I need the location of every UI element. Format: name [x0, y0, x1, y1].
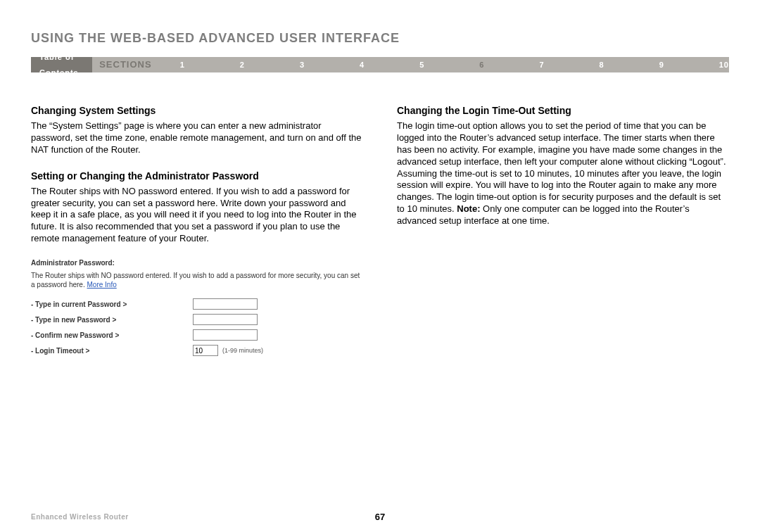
para-system-settings: The “System Settings” page is where you … [31, 120, 363, 156]
form-desc-text: The Router ships with NO password entere… [31, 272, 360, 289]
login-timeout-input[interactable] [193, 345, 218, 356]
heading-changing-system-settings: Changing System Settings [31, 105, 363, 116]
login-timeout-hint: (1-99 minutes) [222, 347, 263, 354]
section-link-3[interactable]: 3 [300, 57, 305, 72]
section-link-7[interactable]: 7 [539, 57, 544, 72]
para-login-timeout-a: The login time-out option allows you to … [397, 120, 726, 214]
para-admin-password: The Router ships with NO password entere… [31, 186, 363, 245]
section-nav-links: 1 2 3 4 5 6 7 8 9 10 [180, 57, 729, 72]
new-password-input[interactable] [193, 314, 258, 325]
form-description: The Router ships with NO password entere… [31, 271, 363, 289]
label-confirm-password: - Confirm new Password > [31, 331, 193, 339]
label-current-password: - Type in current Password > [31, 300, 193, 308]
label-login-timeout: - Login Timeout > [31, 347, 193, 355]
section-link-1[interactable]: 1 [180, 57, 185, 72]
section-link-2[interactable]: 2 [240, 57, 245, 72]
section-link-9[interactable]: 9 [659, 57, 664, 72]
para-login-timeout: The login time-out option allows you to … [397, 120, 729, 227]
page-title: USING THE WEB-BASED ADVANCED USER INTERF… [31, 31, 729, 46]
admin-password-form: Administrator Password: The Router ships… [31, 259, 363, 358]
toc-link[interactable]: Table of Contents [31, 57, 92, 72]
section-link-4[interactable]: 4 [360, 57, 365, 72]
section-link-8[interactable]: 8 [600, 57, 604, 72]
product-name: Enhanced Wireless Router [31, 513, 129, 521]
sections-label: SECTIONS [99, 57, 151, 72]
left-column: Changing System Settings The “System Set… [31, 105, 363, 358]
section-link-6[interactable]: 6 [479, 57, 484, 72]
note-label: Note: [457, 203, 480, 214]
label-new-password: - Type in new Password > [31, 316, 193, 324]
right-column: Changing the Login Time-Out Setting The … [397, 105, 729, 358]
section-link-10[interactable]: 10 [719, 57, 729, 72]
current-password-input[interactable] [193, 298, 258, 310]
section-link-5[interactable]: 5 [419, 57, 424, 72]
page-footer: Enhanced Wireless Router 67 [31, 513, 729, 521]
heading-login-timeout: Changing the Login Time-Out Setting [397, 105, 729, 116]
page-number: 67 [375, 512, 385, 522]
confirm-password-input[interactable] [193, 329, 258, 341]
form-title: Administrator Password: [31, 259, 363, 267]
more-info-link[interactable]: More Info [87, 281, 117, 289]
section-nav-bar: Table of Contents SECTIONS 1 2 3 4 5 6 7… [31, 57, 729, 72]
heading-admin-password: Setting or Changing the Administrator Pa… [31, 170, 363, 182]
